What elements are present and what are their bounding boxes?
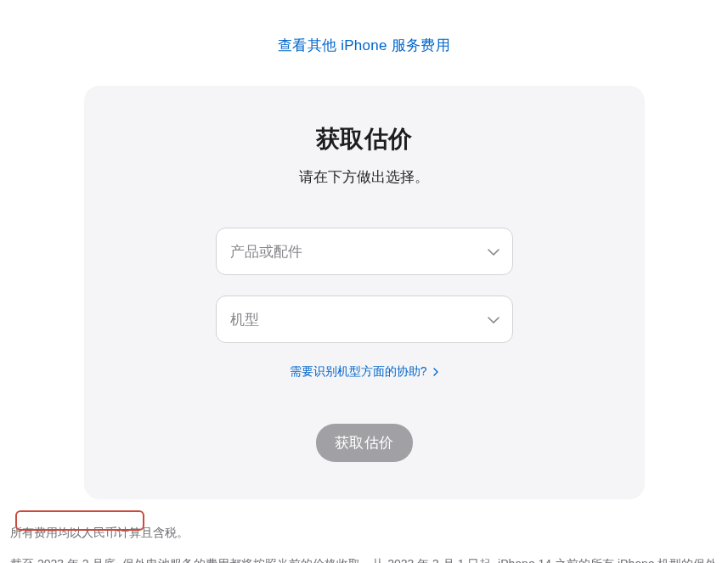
estimate-card: 获取估价 请在下方做出选择。 产品或配件 机型 需要识别机型方面的协助? bbox=[84, 86, 645, 499]
help-link-label: 需要识别机型方面的协助? bbox=[290, 364, 427, 378]
product-select-wrap: 产品或配件 bbox=[216, 228, 513, 275]
other-fees-link[interactable]: 查看其他 iPhone 服务费用 bbox=[278, 37, 450, 53]
get-estimate-button[interactable]: 获取估价 bbox=[316, 424, 413, 462]
model-select[interactable]: 机型 bbox=[216, 296, 513, 343]
product-select[interactable]: 产品或配件 bbox=[216, 228, 513, 275]
chevron-right-icon bbox=[433, 365, 438, 379]
card-subtitle: 请在下方做出选择。 bbox=[118, 167, 611, 187]
footer-note-2: 截至 2023 年 2 月底, 保外电池服务的费用都将按照当前的价格收取。从 2… bbox=[10, 551, 718, 563]
card-title: 获取估价 bbox=[118, 123, 611, 155]
footer-notes: 所有费用均以人民币计算且含税。 截至 2023 年 2 月底, 保外电池服务的费… bbox=[10, 499, 718, 563]
model-select-wrap: 机型 bbox=[216, 296, 513, 343]
top-link-row: 查看其他 iPhone 服务费用 bbox=[10, 0, 718, 86]
help-link-row: 需要识别机型方面的协助? bbox=[118, 363, 611, 380]
identify-model-link[interactable]: 需要识别机型方面的协助? bbox=[290, 364, 439, 378]
footer-note-1: 所有费用均以人民币计算且含税。 bbox=[10, 520, 718, 546]
